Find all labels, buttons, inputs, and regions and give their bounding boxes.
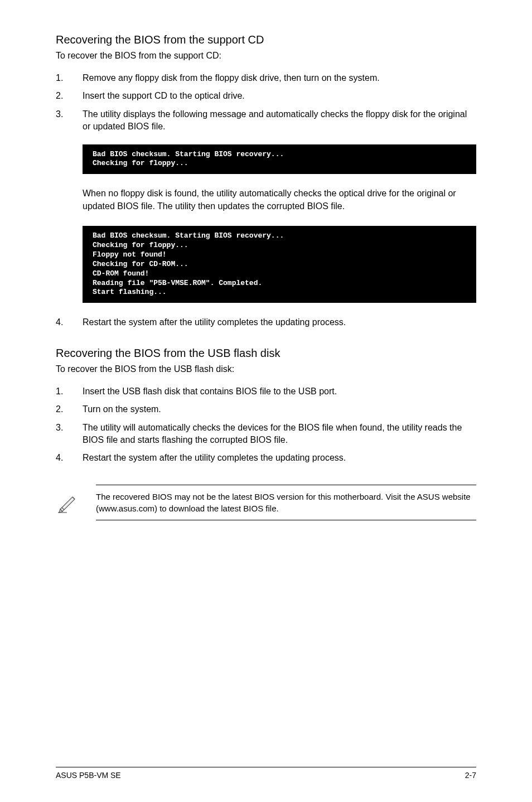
section-title-usb: Recovering the BIOS from the USB flash d… xyxy=(56,347,476,360)
list-item: 2. Turn on the system. xyxy=(56,403,476,416)
item-text: Restart the system after the utility com… xyxy=(83,316,476,328)
item-text: Insert the support CD to the optical dri… xyxy=(83,90,476,102)
steps-list-usb: 1. Insert the USB flash disk that contai… xyxy=(56,385,476,465)
item-number: 1. xyxy=(56,385,83,398)
note-block: The recovered BIOS may not be the latest… xyxy=(56,485,476,520)
list-item: 3. The utility will automatically checks… xyxy=(56,422,476,447)
item-number: 1. xyxy=(56,72,83,84)
steps-list-cd-cont: 4. Restart the system after the utility … xyxy=(56,316,476,328)
list-item: 2. Insert the support CD to the optical … xyxy=(56,90,476,102)
item-text: Insert the USB flash disk that contains … xyxy=(83,385,476,398)
item-text: The utility will automatically checks th… xyxy=(83,422,476,447)
terminal-output-2: Bad BIOS checksum. Starting BIOS recover… xyxy=(83,226,476,303)
lead-text-usb: To recover the BIOS from the USB flash d… xyxy=(56,364,476,374)
footer-product: ASUS P5B-VM SE xyxy=(56,771,121,780)
lead-text-cd: To recover the BIOS from the support CD: xyxy=(56,51,476,61)
item-number: 2. xyxy=(56,403,83,416)
list-item: 4. Restart the system after the utility … xyxy=(56,316,476,328)
section-title-cd: Recovering the BIOS from the support CD xyxy=(56,33,476,46)
steps-list-cd: 1. Remove any floppy disk from the flopp… xyxy=(56,72,476,133)
item-text: The utility displays the following messa… xyxy=(83,108,476,133)
item-text: Remove any floppy disk from the floppy d… xyxy=(83,72,476,84)
list-item: 1. Insert the USB flash disk that contai… xyxy=(56,385,476,398)
note-text: The recovered BIOS may not be the latest… xyxy=(96,485,476,520)
note-icon-wrap xyxy=(56,490,96,515)
terminal-output-1: Bad BIOS checksum. Starting BIOS recover… xyxy=(83,144,476,175)
item-text: Turn on the system. xyxy=(83,403,476,416)
item-number: 4. xyxy=(56,452,83,464)
item-text: Restart the system after the utility com… xyxy=(83,452,476,464)
list-item: 3. The utility displays the following me… xyxy=(56,108,476,133)
footer-page-number: 2-7 xyxy=(465,771,476,780)
page-footer: ASUS P5B-VM SE 2-7 xyxy=(56,767,476,780)
list-item: 1. Remove any floppy disk from the flopp… xyxy=(56,72,476,84)
item-number: 2. xyxy=(56,90,83,102)
item-number: 3. xyxy=(56,108,83,133)
paragraph-no-floppy: When no floppy disk is found, the utilit… xyxy=(83,187,476,212)
list-item: 4. Restart the system after the utility … xyxy=(56,452,476,464)
pencil-note-icon xyxy=(56,490,80,515)
item-number: 4. xyxy=(56,316,83,328)
item-number: 3. xyxy=(56,422,83,447)
